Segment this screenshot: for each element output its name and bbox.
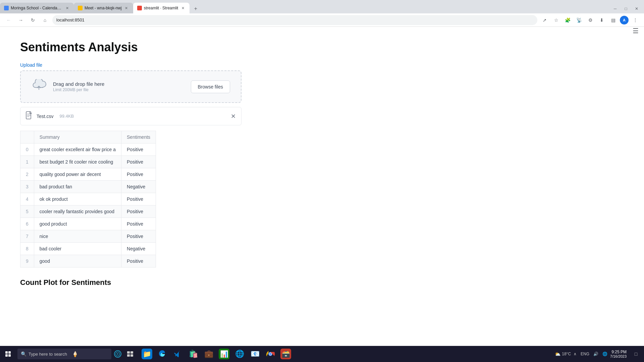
taskbar-app-mail[interactable]: 📧 (248, 346, 262, 352)
taskbar-search-box[interactable]: 🔍 Type here to search 🍦 (17, 349, 111, 352)
taskbar-right: ⛅ 18°C ∧ ENG 🔊 🌐 9:25 PM 7/16/2023 □ (555, 346, 644, 352)
count-plot-title: Count Plot for Sentiments (20, 278, 624, 287)
taskbar-app-edge[interactable] (155, 346, 170, 352)
volume-icon[interactable]: 🔊 (592, 352, 600, 352)
tab1-close[interactable]: ✕ (64, 5, 70, 11)
taskbar-app-chrome[interactable] (263, 346, 278, 352)
row-index: 9 (20, 255, 34, 267)
cloud-upload-icon (32, 79, 46, 94)
forward-button[interactable]: → (16, 15, 25, 25)
tab-3[interactable]: streamlit · Streamlit ✕ (133, 3, 190, 13)
tab3-close[interactable]: ✕ (180, 5, 185, 11)
row-summary: bad product fan (34, 181, 121, 193)
svg-rect-4 (127, 351, 130, 352)
notification-center[interactable]: □ (631, 346, 641, 352)
taskbar: 🔍 Type here to search 🍦 📁 🛍️ 💼 (0, 346, 644, 352)
taskbar-app-redapp[interactable]: 🗃️ (278, 346, 293, 352)
file-size: 99.4KB (60, 114, 74, 119)
taskbar-app-vscode[interactable] (170, 346, 185, 352)
row-summary: good (34, 255, 121, 267)
cast-icon[interactable]: 📡 (574, 15, 584, 25)
close-button[interactable]: ✕ (632, 4, 641, 13)
row-sentiment: Negative (121, 181, 156, 193)
row-index: 6 (20, 218, 34, 230)
row-summary: cooler really fantastic provides good (34, 205, 121, 218)
address-text: localhost:8501 (56, 17, 85, 22)
menu-dots[interactable]: ⋮ (631, 15, 640, 25)
taskbar-search-text: Type here to search (29, 352, 67, 352)
star-icon[interactable]: ☆ (551, 15, 561, 25)
notification-icon: □ (635, 351, 637, 352)
address-bar-icons: ➚ ☆ 🧩 📡 ⚙ ⬇ ▤ A ⋮ (540, 15, 640, 25)
task-view-button[interactable] (124, 348, 137, 352)
row-sentiment: Negative (121, 243, 156, 255)
table-row: 6 good product Positive (20, 218, 156, 230)
store-icon: 🛍️ (188, 349, 199, 352)
row-sentiment: Positive (121, 168, 156, 181)
row-sentiment: Positive (121, 156, 156, 168)
address-box[interactable]: localhost:8501 (52, 15, 537, 25)
home-button[interactable]: ⌂ (40, 15, 50, 25)
profile-avatar[interactable]: A (620, 16, 629, 24)
maximize-button[interactable]: □ (621, 4, 631, 13)
col-sentiment: Sentiments (121, 131, 156, 143)
tab-2[interactable]: Meet - wna-bkqk-nwj ✕ (74, 3, 133, 13)
table-row: 1 best budget 2 fit cooler nice cooling … (20, 156, 156, 168)
taskbar-app-store[interactable]: 🛍️ (186, 346, 201, 352)
tab2-close[interactable]: ✕ (124, 5, 129, 11)
file-doc-icon (26, 111, 33, 121)
row-summary: great cooler excellent air flow price a (34, 143, 121, 156)
col-summary: Summary (34, 131, 121, 143)
row-index: 8 (20, 243, 34, 255)
limit-text: Limit 200MB per file (53, 87, 184, 92)
table-row: 5 cooler really fantastic provides good … (20, 205, 156, 218)
taskbar-app-greenapp[interactable]: 📊 (217, 346, 231, 352)
start-button[interactable] (0, 346, 16, 352)
taskbar-app-edge2[interactable]: 🌐 (232, 346, 247, 352)
tab1-label: Moringa School - Calendar - We... (11, 6, 62, 10)
table-row: 8 bad cooler Negative (20, 243, 156, 255)
taskbar-app-explorer[interactable]: 📁 (140, 346, 154, 352)
row-index: 1 (20, 156, 34, 168)
taskbar-clock[interactable]: 9:25 PM 7/16/2023 (610, 350, 629, 352)
tab1-favicon (4, 6, 9, 10)
table-row: 4 ok ok product Positive (20, 193, 156, 205)
edge-icon (157, 349, 168, 352)
upload-zone[interactable]: Drag and drop file here Limit 200MB per … (20, 70, 241, 103)
table-row: 0 great cooler excellent air flow price … (20, 143, 156, 156)
file-close-button[interactable]: ✕ (231, 113, 236, 120)
hamburger-menu[interactable]: ☰ (633, 27, 639, 35)
cortana-button[interactable] (111, 348, 124, 352)
mail-icon: 📧 (250, 349, 260, 352)
share-icon[interactable]: ➚ (540, 15, 549, 25)
browse-files-button[interactable]: Browse files (191, 80, 230, 93)
network-icon[interactable]: 🌐 (601, 352, 609, 352)
show-hidden-icons[interactable]: ∧ (572, 352, 578, 352)
reload-button[interactable]: ↻ (28, 15, 38, 25)
row-index: 4 (20, 193, 34, 205)
green-app-icon: 📊 (219, 349, 229, 352)
weather-icon[interactable]: ⛅ (555, 351, 560, 352)
row-index: 3 (20, 181, 34, 193)
language-icon[interactable]: ENG (579, 352, 591, 352)
row-summary: best budget 2 fit cooler nice cooling (34, 156, 121, 168)
upload-text: Drag and drop file here Limit 200MB per … (53, 81, 184, 92)
chrome-ext-icon[interactable]: ⚙ (586, 15, 595, 25)
extensions-icon[interactable]: 🧩 (563, 15, 572, 25)
table-row: 2 quality good power air decent Positive (20, 168, 156, 181)
tab-1[interactable]: Moringa School - Calendar - We... ✕ (0, 3, 74, 13)
row-sentiment: Positive (121, 255, 156, 267)
drag-drop-text: Drag and drop file here (53, 81, 184, 87)
svg-rect-5 (130, 351, 133, 352)
table-row: 9 good Positive (20, 255, 156, 267)
new-tab-button[interactable]: + (191, 4, 200, 13)
col-index (20, 131, 34, 143)
explorer-icon: 📁 (142, 349, 152, 352)
taskbar-app-teams[interactable]: 💼 (201, 346, 216, 352)
browser-chrome: Moringa School - Calendar - We... ✕ Meet… (0, 0, 644, 27)
taskbar-time-text: 9:25 PM (610, 350, 627, 352)
download-icon[interactable]: ⬇ (597, 15, 606, 25)
minimize-button[interactable]: ─ (610, 4, 620, 13)
back-button[interactable]: ← (4, 15, 13, 25)
sidebar-icon[interactable]: ▤ (608, 15, 618, 25)
